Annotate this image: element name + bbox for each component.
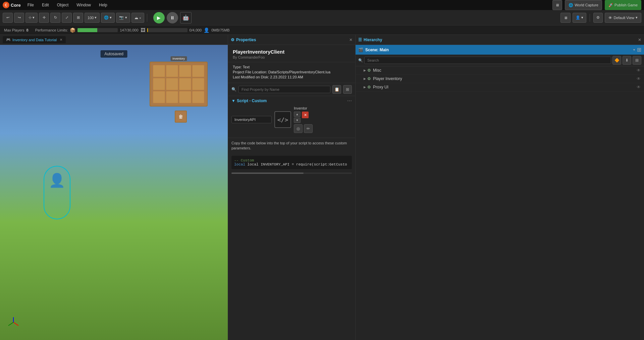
misc-eye[interactable]: 👁 xyxy=(637,68,641,73)
transform-btn[interactable]: ✛ xyxy=(39,13,49,23)
mat-count: 0/4,000 xyxy=(190,28,202,32)
world-capture-label: World Capture xyxy=(575,3,598,7)
props-close[interactable]: ✕ xyxy=(349,38,353,42)
hier-item-proxy-ui[interactable]: ▶ ⚙ Proxy UI 👁 xyxy=(356,83,644,91)
settings-btn[interactable]: ⚙ xyxy=(593,13,603,23)
publish-game-btn[interactable]: 🚀 Publish Game xyxy=(605,0,641,10)
inventory-label: Inventory xyxy=(170,56,187,61)
camera-btn[interactable]: 📷 ▾ xyxy=(116,13,130,23)
mat-perf-bar xyxy=(147,28,187,32)
grid-cell-10 xyxy=(166,91,178,103)
undo-btn[interactable]: ↩ xyxy=(3,13,13,23)
hier-item-player-inventory[interactable]: ▶ ⚙ Player Inventory 👁 xyxy=(356,75,644,83)
props-tab-label[interactable]: ⚙ Properties xyxy=(231,38,256,42)
menu-edit[interactable]: Edit xyxy=(41,3,50,7)
target-icon-btn[interactable]: ◎ xyxy=(294,124,303,133)
terrain-btn[interactable]: ⛰ ▾ xyxy=(131,13,144,23)
hier-top-bar: ☰ Hierarchy ✕ xyxy=(356,35,644,45)
world-capture-btn[interactable]: 🌐 World Capture xyxy=(565,0,602,10)
proxy-ui-icon: ⚙ xyxy=(367,85,371,89)
svg-line-0 xyxy=(13,322,18,326)
arrow-down-btn[interactable]: ▼ xyxy=(294,118,301,123)
player-inv-label: Player Inventory xyxy=(373,76,637,81)
select-tool-btn[interactable]: ⊹ ▾ xyxy=(25,13,38,23)
code-block: -- Custom local local INVENTORY_API = re… xyxy=(231,156,352,169)
viewport-panel: 🎮 Inventory and Data Tutorial ✕ Autosave… xyxy=(0,35,228,340)
menu-file[interactable]: File xyxy=(26,3,35,7)
grid-cell-12 xyxy=(192,91,204,103)
misc-chevron[interactable]: ▶ xyxy=(364,69,366,72)
hier-sort-btn[interactable]: ⬇ xyxy=(623,56,631,65)
proxy-ui-eye[interactable]: 👁 xyxy=(637,85,641,89)
play-btn[interactable]: ▶ xyxy=(153,12,165,23)
scene-selector[interactable]: 🎬 Scene: Main ▾ ⊞ xyxy=(356,45,644,55)
player-inv-eye[interactable]: 👁 xyxy=(637,76,641,81)
rotate-btn[interactable]: ↻ xyxy=(50,13,60,23)
code-description: Copy the code below into the top of your… xyxy=(228,138,355,154)
redo-btn[interactable]: ↪ xyxy=(14,13,24,23)
globe-btn[interactable]: 🌐 ▾ xyxy=(101,13,115,23)
menu-bar: C Core File Edit Object Window Help 🖥 🌐 … xyxy=(0,0,644,10)
props-tab-label-text: Properties xyxy=(236,38,256,42)
menu-window[interactable]: Window xyxy=(75,3,92,7)
code-line-2: local local INVENTORY_API = require(scri… xyxy=(234,162,349,166)
monitor-icon-btn[interactable]: 🖥 xyxy=(552,0,562,10)
type-value: Text xyxy=(243,65,250,69)
props-tab-bar: ⚙ Properties ✕ xyxy=(228,35,355,45)
script-api-input[interactable] xyxy=(231,116,272,123)
viewport-area: Autosaved 👤 Inventory xyxy=(0,45,228,340)
perf-limits-item: Performance Limits: 📦 147/30,000 🖼 0/4,0… xyxy=(35,27,230,33)
props-search-input[interactable] xyxy=(238,86,330,93)
grid-cell-7 xyxy=(179,78,191,90)
code-keyword: local xyxy=(234,162,248,166)
scale-btn[interactable]: ⤢ xyxy=(62,13,72,23)
last-modified-value: 2.23.2022 11:20 AM xyxy=(270,75,303,79)
grid-cell-8 xyxy=(192,78,204,90)
grid-cell-5 xyxy=(153,78,165,90)
grid-btn[interactable]: ⊞ xyxy=(73,13,83,23)
hier-filter-btn[interactable]: 🔶 xyxy=(612,56,621,65)
remove-script-btn[interactable]: ✕ xyxy=(302,112,309,118)
menu-object[interactable]: Object xyxy=(56,3,70,7)
hier-expand-btn[interactable]: ⊞ xyxy=(633,56,641,65)
viewport-scene[interactable]: Autosaved 👤 Inventory xyxy=(0,45,228,340)
proxy-ui-chevron[interactable]: ▶ xyxy=(364,85,366,89)
script-arrows: ▲ ▼ xyxy=(294,112,301,123)
code-line-1: -- Custom xyxy=(234,158,349,162)
hier-item-misc[interactable]: ▶ ⚙ Misc 👁 xyxy=(356,66,644,75)
resolution-btn[interactable]: 👤 ▾ xyxy=(573,13,586,23)
pause-btn[interactable]: ⏸ xyxy=(167,12,178,23)
screen-btn[interactable]: 🖥 xyxy=(560,13,571,23)
toolbar: ↩ ↪ ⊹ ▾ ✛ ↻ ⤢ ⊞ 100 ▾ 🌐 ▾ 📷 ▾ ⛰ ▾ ▶ ⏸ 🤖 … xyxy=(0,10,644,25)
robot-btn[interactable]: 🤖 xyxy=(180,12,192,23)
scene-add-icon[interactable]: ⊞ xyxy=(637,47,641,53)
zoom-btn[interactable]: 100 ▾ xyxy=(85,13,100,23)
mesh-perf-fill xyxy=(77,28,97,32)
props-search-icon: 🔍 xyxy=(231,87,236,92)
max-players-value: 8 xyxy=(26,28,29,32)
props-author: By CommanderFoo xyxy=(233,55,351,59)
file-location-label: Project File Location: xyxy=(233,70,267,74)
hierarchy-panel: ☰ Hierarchy ✕ 🎬 Scene: Main ▾ ⊞ 🔍 🔶 ⬇ ⊞ … xyxy=(356,35,644,340)
section-collapse-icon[interactable]: ▼ xyxy=(231,98,235,103)
viewport-tab[interactable]: 🎮 Inventory and Data Tutorial ✕ xyxy=(3,36,66,43)
file-location-value: Data/Scripts/PlayerInventoryClient.lua xyxy=(268,70,330,74)
mem-label: 0MB/75MB xyxy=(211,28,229,32)
props-copy-btn[interactable]: 📋 xyxy=(332,85,341,94)
default-view-btn[interactable]: 👁 Default View ▾ xyxy=(605,13,641,23)
section-more-btn[interactable]: ⋯ xyxy=(347,98,352,104)
delete-btn-scene[interactable]: 🗑 xyxy=(175,111,187,123)
menu-help[interactable]: Help xyxy=(98,3,109,7)
edit-icon-btn[interactable]: ✏ xyxy=(304,124,313,133)
viewport-tab-close[interactable]: ✕ xyxy=(60,38,62,42)
arrow-up-btn[interactable]: ▲ xyxy=(294,112,301,117)
hier-tab-label: ☰ Hierarchy xyxy=(358,38,382,42)
hier-search-input[interactable] xyxy=(364,57,611,64)
autosaved-badge: Autosaved xyxy=(100,50,127,58)
props-expand-btn[interactable]: ⊞ xyxy=(343,85,352,94)
player-inv-chevron[interactable]: ▶ xyxy=(364,77,366,80)
code-scrollbar[interactable] xyxy=(231,173,352,174)
logo-circle: C xyxy=(3,2,9,8)
hier-close[interactable]: ✕ xyxy=(638,38,641,42)
grid-cell-2 xyxy=(166,65,178,77)
